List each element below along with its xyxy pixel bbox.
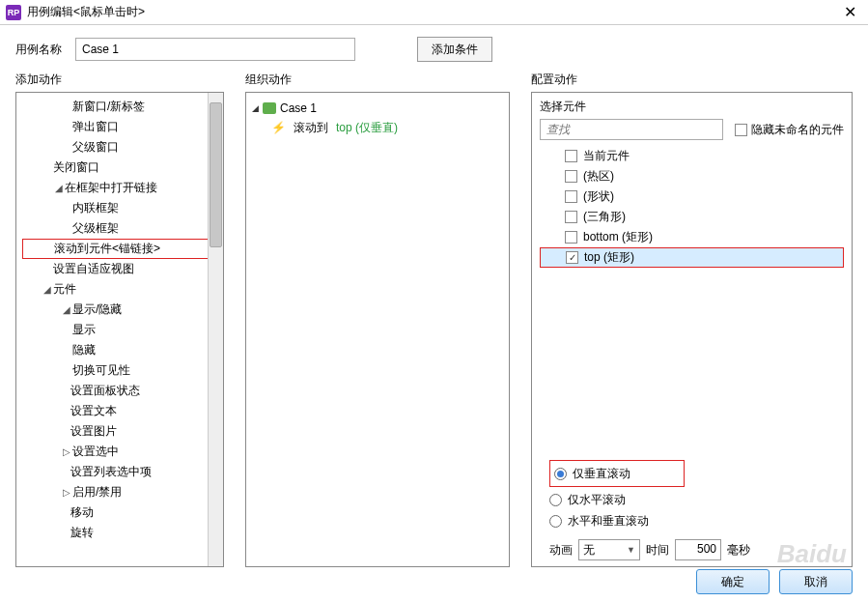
tree-item[interactable]: 父级框架: [22, 218, 221, 239]
component-item[interactable]: (形状): [540, 186, 844, 207]
tree-item[interactable]: ▷设置选中: [22, 442, 221, 462]
titlebar: RP 用例编辑<鼠标单击时> ✕: [0, 0, 868, 25]
time-unit: 毫秒: [727, 542, 750, 559]
tree-item-label: 元件: [53, 281, 76, 298]
component-label: (热区): [583, 168, 614, 185]
tree-item[interactable]: 父级窗口: [22, 137, 221, 158]
header-row: 用例名称 添加条件: [0, 25, 868, 72]
tree-item[interactable]: 设置面板状态: [22, 381, 221, 401]
hide-unnamed-label: 隐藏未命名的元件: [751, 122, 844, 138]
expand-icon: ▷: [61, 487, 72, 498]
tree-item[interactable]: 设置图片: [22, 421, 221, 442]
tree-item[interactable]: 弹出窗口: [22, 117, 221, 137]
anim-label: 动画: [549, 542, 573, 559]
radio-label: 仅垂直滚动: [573, 466, 630, 482]
tree-item-label: 新窗口/新标签: [72, 99, 145, 115]
tree-item-label: 切换可见性: [72, 362, 130, 379]
hide-unnamed-checkbox[interactable]: 隐藏未命名的元件: [735, 122, 844, 138]
checkbox-icon: ✓: [566, 251, 578, 264]
expand-icon: ◢: [252, 103, 259, 113]
tree-item[interactable]: 内联框架: [22, 198, 221, 218]
radio-both[interactable]: 水平和垂直滚动: [549, 510, 834, 531]
component-item[interactable]: bottom (矩形): [540, 227, 844, 247]
component-label: top (矩形): [584, 249, 634, 266]
window-title: 用例编辑<鼠标单击时>: [27, 4, 838, 20]
org-action-panel: ◢ Case 1 ⚡ 滚动到 top (仅垂直): [245, 92, 510, 567]
tree-item-label: 设置自适应视图: [53, 261, 134, 277]
tree-item[interactable]: 新窗口/新标签: [22, 97, 221, 117]
tree-item[interactable]: 设置列表选中项: [22, 462, 221, 482]
action-tree-panel: 新窗口/新标签弹出窗口父级窗口关闭窗口◢在框架中打开链接内联框架父级框架滚动到元…: [15, 92, 224, 567]
ok-button[interactable]: 确定: [696, 569, 770, 594]
tree-item-label: 父级框架: [72, 220, 119, 237]
tree-item[interactable]: 移动: [22, 502, 221, 523]
action-node[interactable]: ⚡ 滚动到 top (仅垂直): [252, 118, 503, 137]
tree-item[interactable]: 滚动到元件<锚链接>: [22, 239, 221, 259]
tree-item-label: 弹出窗口: [72, 119, 119, 135]
component-item[interactable]: ✓top (矩形): [540, 247, 844, 268]
tree-item-label: 设置图片: [70, 423, 117, 440]
add-action-label: 添加动作: [15, 72, 224, 88]
scroll-options: 仅垂直滚动 仅水平滚动 水平和垂直滚动: [540, 456, 844, 533]
tree-item-label: 移动: [70, 504, 94, 521]
tree-item[interactable]: 关闭窗口: [22, 158, 221, 178]
tree-item[interactable]: ▷启用/禁用: [22, 482, 221, 502]
footer: 确定 取消: [696, 569, 853, 594]
case-node[interactable]: ◢ Case 1: [252, 99, 503, 118]
tree-item[interactable]: 设置自适应视图: [22, 259, 221, 279]
checkbox-icon: [565, 231, 577, 244]
tree-item[interactable]: 切换可见性: [22, 360, 221, 381]
anim-select[interactable]: 无 ▼: [578, 539, 640, 560]
tree-item[interactable]: 设置文本: [22, 401, 221, 421]
search-input[interactable]: [540, 119, 723, 140]
close-icon[interactable]: ✕: [838, 3, 862, 21]
chevron-down-icon: ▼: [627, 545, 635, 555]
time-label: 时间: [646, 542, 669, 559]
checkbox-icon: [565, 190, 577, 203]
config-panel: 选择元件 隐藏未命名的元件 当前元件(热区)(形状)(三角形)bottom (矩…: [531, 92, 853, 567]
tree-item[interactable]: 隐藏: [22, 340, 221, 360]
tree-item-label: 内联框架: [72, 200, 119, 216]
app-icon: RP: [6, 5, 21, 20]
radio-vertical-only[interactable]: 仅垂直滚动: [554, 463, 680, 484]
component-item[interactable]: 当前元件: [540, 146, 844, 166]
case-label: Case 1: [280, 101, 317, 115]
component-item[interactable]: (三角形): [540, 207, 844, 227]
case-name-input[interactable]: [75, 38, 355, 61]
tree-item-label: 设置列表选中项: [70, 464, 152, 480]
add-condition-button[interactable]: 添加条件: [417, 37, 492, 62]
scroll-thumb[interactable]: [210, 102, 222, 247]
config-action-label: 配置动作: [531, 72, 853, 88]
checkbox-icon: [735, 124, 747, 136]
radio-horizontal-only[interactable]: 仅水平滚动: [549, 489, 834, 510]
component-item[interactable]: (热区): [540, 166, 844, 186]
scrollbar[interactable]: [208, 93, 223, 566]
tree-item-label: 关闭窗口: [53, 159, 99, 176]
checkbox-icon: [565, 170, 577, 183]
cancel-button[interactable]: 取消: [779, 569, 853, 594]
tree-item-label: 父级窗口: [72, 139, 119, 156]
tree-item[interactable]: ◢元件: [22, 279, 221, 300]
component-list: 当前元件(热区)(形状)(三角形)bottom (矩形)✓top (矩形): [540, 146, 844, 452]
org-action-label: 组织动作: [245, 72, 510, 88]
select-component-label: 选择元件: [540, 99, 844, 115]
checkbox-icon: [565, 150, 577, 162]
time-input[interactable]: 500: [675, 539, 721, 560]
tree-item-label: 设置选中: [72, 444, 119, 460]
tree-item[interactable]: ◢显示/隐藏: [22, 300, 221, 320]
anim-value: 无: [583, 542, 595, 559]
tree-item-label: 设置文本: [70, 403, 117, 419]
bolt-icon: ⚡: [271, 121, 286, 134]
expand-icon: ▷: [61, 446, 72, 457]
tree-item-label: 启用/禁用: [72, 484, 122, 501]
tree-item-label: 在框架中打开链接: [65, 180, 157, 196]
radio-icon: [554, 468, 567, 480]
tree-item[interactable]: 旋转: [22, 523, 221, 543]
tree-item[interactable]: ◢在框架中打开链接: [22, 178, 221, 198]
radio-label: 水平和垂直滚动: [568, 513, 649, 530]
component-label: (三角形): [583, 209, 626, 225]
tree-item[interactable]: 显示: [22, 320, 221, 340]
tree-item-label: 显示: [72, 322, 96, 338]
component-label: bottom (矩形): [583, 229, 653, 245]
action-target: top (仅垂直): [336, 120, 398, 136]
